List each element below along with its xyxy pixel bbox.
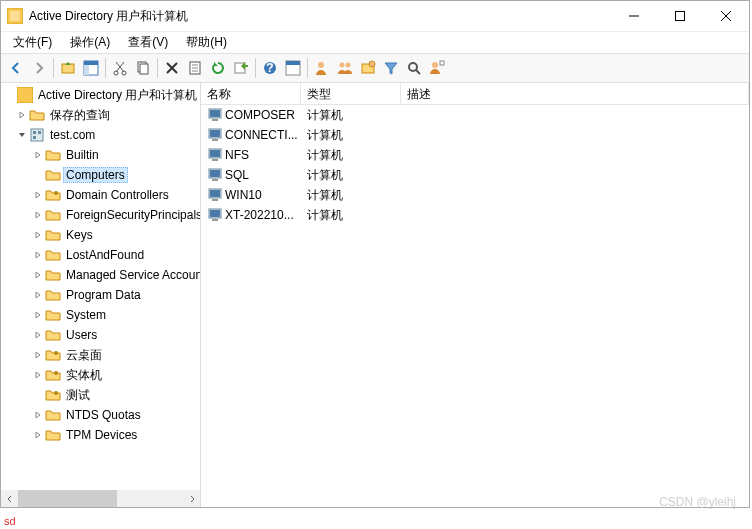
filter-button[interactable] bbox=[380, 57, 402, 79]
folder-icon bbox=[45, 167, 61, 183]
delete-button[interactable] bbox=[161, 57, 183, 79]
folder-icon bbox=[45, 147, 61, 163]
tree-root[interactable]: Active Directory 用户和计算机 bbox=[1, 85, 200, 105]
chevron-right-icon[interactable] bbox=[31, 228, 45, 242]
tree-item-ntds[interactable]: NTDS Quotas bbox=[1, 405, 200, 425]
chevron-right-icon[interactable] bbox=[31, 268, 45, 282]
folder-icon bbox=[45, 207, 61, 223]
folder-icon bbox=[45, 287, 61, 303]
tree-item-computers[interactable]: Computers bbox=[1, 165, 200, 185]
chevron-right-icon[interactable] bbox=[31, 148, 45, 162]
col-desc[interactable]: 描述 bbox=[401, 83, 749, 104]
chevron-right-icon[interactable] bbox=[3, 88, 17, 102]
menu-file[interactable]: 文件(F) bbox=[5, 32, 60, 53]
col-type[interactable]: 类型 bbox=[301, 83, 401, 104]
chevron-right-icon[interactable] bbox=[31, 408, 45, 422]
chevron-right-icon[interactable] bbox=[31, 308, 45, 322]
refresh-button[interactable] bbox=[207, 57, 229, 79]
chevron-right-icon[interactable] bbox=[31, 428, 45, 442]
list-row[interactable]: SQL计算机 bbox=[201, 165, 749, 185]
add-to-group-button[interactable] bbox=[426, 57, 448, 79]
list-row[interactable]: WIN10计算机 bbox=[201, 185, 749, 205]
item-type: 计算机 bbox=[301, 147, 401, 164]
svg-rect-38 bbox=[210, 130, 220, 137]
folder-icon bbox=[45, 267, 61, 283]
tree-hscrollbar[interactable] bbox=[1, 490, 200, 507]
chevron-down-icon[interactable] bbox=[15, 128, 29, 142]
svg-rect-10 bbox=[140, 64, 148, 74]
col-name[interactable]: 名称 bbox=[201, 83, 301, 104]
cut-button[interactable] bbox=[109, 57, 131, 79]
copy-button[interactable] bbox=[132, 57, 154, 79]
tree-item-ydm[interactable]: 云桌面 bbox=[1, 345, 200, 365]
up-button[interactable] bbox=[57, 57, 79, 79]
chevron-right-icon[interactable] bbox=[31, 348, 45, 362]
tree-item-tpm[interactable]: TPM Devices bbox=[1, 425, 200, 445]
scroll-right-button[interactable] bbox=[183, 490, 200, 507]
svg-point-30 bbox=[54, 191, 58, 195]
svg-rect-45 bbox=[212, 179, 218, 181]
tree-item-sys[interactable]: System bbox=[1, 305, 200, 325]
export-button[interactable] bbox=[230, 57, 252, 79]
svg-point-19 bbox=[346, 63, 351, 68]
ou-icon bbox=[45, 367, 61, 383]
titlebar: Active Directory 用户和计算机 bbox=[1, 1, 749, 31]
menu-help[interactable]: 帮助(H) bbox=[178, 32, 235, 53]
chevron-right-icon[interactable] bbox=[15, 108, 29, 122]
tree-item-users[interactable]: Users bbox=[1, 325, 200, 345]
folder-icon bbox=[45, 407, 61, 423]
chevron-right-icon[interactable] bbox=[31, 328, 45, 342]
tree-pane: Active Directory 用户和计算机 保存的查询 test.com B… bbox=[1, 83, 201, 507]
svg-point-22 bbox=[409, 63, 417, 71]
tree-item-builtin[interactable]: Builtin bbox=[1, 145, 200, 165]
tree-saved-queries[interactable]: 保存的查询 bbox=[1, 105, 200, 125]
computer-icon bbox=[207, 147, 223, 163]
tree-item-dc[interactable]: Domain Controllers bbox=[1, 185, 200, 205]
tree-item-keys[interactable]: Keys bbox=[1, 225, 200, 245]
new-group-button[interactable] bbox=[334, 57, 356, 79]
svg-rect-51 bbox=[212, 219, 218, 221]
chevron-right-icon[interactable] bbox=[31, 188, 45, 202]
tree-item-cs[interactable]: 测试 bbox=[1, 385, 200, 405]
svg-rect-24 bbox=[440, 61, 444, 65]
computer-icon bbox=[207, 187, 223, 203]
back-button[interactable] bbox=[5, 57, 27, 79]
show-hide-button[interactable] bbox=[80, 57, 102, 79]
tree-item-fsp[interactable]: ForeignSecurityPrincipals bbox=[1, 205, 200, 225]
svg-rect-44 bbox=[210, 170, 220, 177]
properties-button[interactable] bbox=[184, 57, 206, 79]
svg-rect-47 bbox=[210, 190, 220, 197]
menu-view[interactable]: 查看(V) bbox=[120, 32, 176, 53]
tree-domain[interactable]: test.com bbox=[1, 125, 200, 145]
svg-rect-29 bbox=[33, 136, 36, 139]
svg-point-18 bbox=[340, 63, 345, 68]
chevron-right-icon[interactable] bbox=[31, 248, 45, 262]
minimize-button[interactable] bbox=[611, 1, 657, 31]
svg-rect-16 bbox=[286, 61, 300, 65]
chevron-right-icon[interactable] bbox=[31, 208, 45, 222]
scroll-left-button[interactable] bbox=[1, 490, 18, 507]
help-button[interactable]: ? bbox=[259, 57, 281, 79]
svg-point-33 bbox=[54, 391, 58, 395]
list-row[interactable]: XT-202210...计算机 bbox=[201, 205, 749, 225]
maximize-button[interactable] bbox=[657, 1, 703, 31]
list-row[interactable]: NFS计算机 bbox=[201, 145, 749, 165]
new-ou-button[interactable] bbox=[357, 57, 379, 79]
search-button[interactable] bbox=[403, 57, 425, 79]
chevron-right-icon[interactable] bbox=[31, 368, 45, 382]
forward-button[interactable] bbox=[28, 57, 50, 79]
app-icon bbox=[7, 8, 23, 24]
tree-item-laf[interactable]: LostAndFound bbox=[1, 245, 200, 265]
chevron-right-icon[interactable] bbox=[31, 288, 45, 302]
tree-item-stj[interactable]: 实体机 bbox=[1, 365, 200, 385]
new-user-button[interactable] bbox=[311, 57, 333, 79]
watermark-text: CSDN @yleihj bbox=[659, 495, 736, 509]
folder-icon bbox=[45, 327, 61, 343]
tree-item-pd[interactable]: Program Data bbox=[1, 285, 200, 305]
find-button[interactable] bbox=[282, 57, 304, 79]
close-button[interactable] bbox=[703, 1, 749, 31]
tree-item-msa[interactable]: Managed Service Accounts bbox=[1, 265, 200, 285]
menu-action[interactable]: 操作(A) bbox=[62, 32, 118, 53]
list-row[interactable]: COMPOSER计算机 bbox=[201, 105, 749, 125]
list-row[interactable]: CONNECTI...计算机 bbox=[201, 125, 749, 145]
